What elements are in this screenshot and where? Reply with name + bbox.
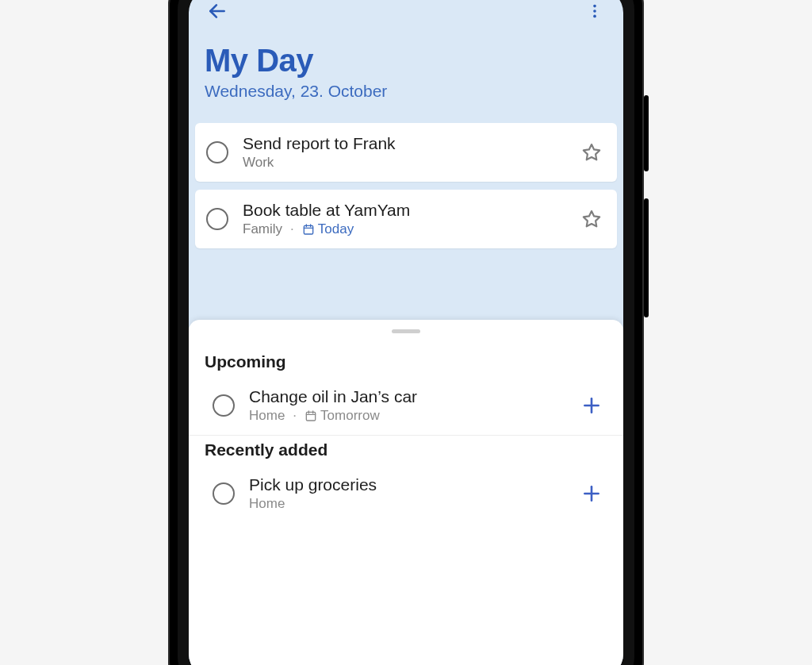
due-date-label: Tomorrow xyxy=(320,408,380,424)
suggestion-list-label: Home xyxy=(249,408,285,424)
more-vertical-icon xyxy=(586,2,603,20)
svg-marker-4 xyxy=(584,144,599,160)
meta-separator: · xyxy=(290,221,294,237)
task-title: Book table at YamYam xyxy=(243,201,577,220)
top-bar xyxy=(189,0,623,33)
task-list-label: Family xyxy=(243,221,282,237)
meta-separator: · xyxy=(293,408,297,424)
phone-frame: My Day Wednesday, 23. October Send repor… xyxy=(168,0,644,665)
svg-point-1 xyxy=(593,5,596,8)
complete-checkbox[interactable] xyxy=(213,394,235,417)
task-list-label: Work xyxy=(243,155,274,171)
add-to-my-day-button[interactable] xyxy=(576,478,607,509)
suggestions-sheet[interactable]: Upcoming Change oil in Jan’s car Home · … xyxy=(189,320,623,665)
task-body: Send report to Frank Work xyxy=(243,134,577,171)
suggestion-list-label: Home xyxy=(249,496,285,512)
suggestion-meta: Home · Tomorrow xyxy=(249,408,576,424)
complete-checkbox[interactable] xyxy=(206,141,228,163)
calendar-icon xyxy=(302,223,315,236)
phone-side-button xyxy=(644,95,649,171)
task-title: Send report to Frank xyxy=(243,134,577,153)
phone-bezel: My Day Wednesday, 23. October Send repor… xyxy=(178,0,634,665)
page-header: My Day Wednesday, 23. October xyxy=(189,33,623,123)
task-card[interactable]: Send report to Frank Work xyxy=(195,123,617,182)
star-outline-icon xyxy=(581,142,602,163)
back-arrow-icon xyxy=(207,1,228,21)
back-button[interactable] xyxy=(201,0,233,27)
plus-icon xyxy=(581,483,602,504)
svg-rect-10 xyxy=(306,412,315,421)
task-body: Book table at YamYam Family · Today xyxy=(243,201,577,237)
suggestion-body: Change oil in Jan’s car Home · Tomorrow xyxy=(249,387,576,424)
star-button[interactable] xyxy=(577,205,606,233)
task-meta: Work xyxy=(243,155,577,171)
task-meta: Family · Today xyxy=(243,221,577,237)
complete-checkbox[interactable] xyxy=(213,482,235,505)
add-to-my-day-button[interactable] xyxy=(576,390,607,421)
suggestion-title: Pick up groceries xyxy=(249,475,576,494)
phone-side-button xyxy=(644,198,649,317)
due-date-chip: Today xyxy=(302,221,354,237)
complete-checkbox[interactable] xyxy=(206,208,228,230)
svg-marker-9 xyxy=(584,211,599,226)
section-heading-recent: Recently added xyxy=(189,436,623,467)
suggestion-row[interactable]: Pick up groceries Home xyxy=(189,467,623,523)
suggestion-title: Change oil in Jan’s car xyxy=(249,387,576,406)
sheet-drag-handle[interactable] xyxy=(392,329,420,333)
page-title: My Day xyxy=(205,43,607,79)
suggestion-body: Pick up groceries Home xyxy=(249,475,576,512)
page-date: Wednesday, 23. October xyxy=(205,82,607,101)
svg-point-3 xyxy=(593,15,596,18)
section-heading-upcoming: Upcoming xyxy=(189,348,623,379)
due-date-label: Today xyxy=(318,221,354,237)
svg-point-2 xyxy=(593,10,596,13)
my-day-task-list: Send report to Frank Work Book table at … xyxy=(189,123,623,256)
due-date-chip: Tomorrow xyxy=(304,408,380,424)
suggestion-row[interactable]: Change oil in Jan’s car Home · Tomorrow xyxy=(189,379,623,436)
svg-rect-5 xyxy=(304,225,312,234)
more-options-button[interactable] xyxy=(579,0,611,27)
task-card[interactable]: Book table at YamYam Family · Today xyxy=(195,190,617,248)
star-outline-icon xyxy=(581,209,602,229)
calendar-icon xyxy=(304,409,317,422)
plus-icon xyxy=(581,395,602,416)
star-button[interactable] xyxy=(577,138,606,167)
suggestion-meta: Home xyxy=(249,496,576,512)
suggestions-area: Upcoming Change oil in Jan’s car Home · … xyxy=(189,320,623,665)
app-screen: My Day Wednesday, 23. October Send repor… xyxy=(189,0,623,665)
